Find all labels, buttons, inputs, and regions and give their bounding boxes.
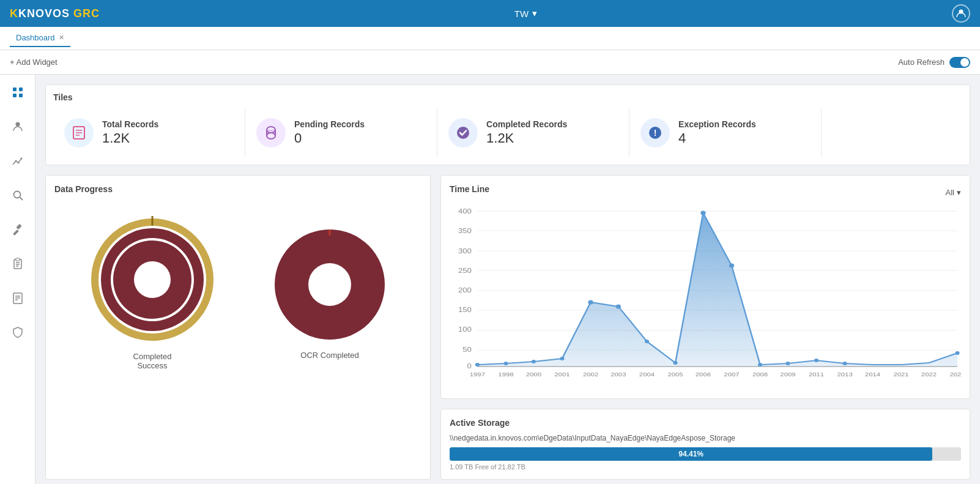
svg-text:2013: 2013 bbox=[837, 371, 852, 378]
svg-point-62 bbox=[532, 360, 536, 363]
sidebar bbox=[0, 75, 35, 484]
svg-point-67 bbox=[673, 361, 677, 365]
svg-point-68 bbox=[700, 211, 705, 215]
add-widget-button[interactable]: + Add Widget bbox=[10, 58, 58, 67]
active-storage-title: Active Storage bbox=[450, 418, 961, 428]
svg-point-8 bbox=[20, 158, 22, 160]
svg-point-9 bbox=[13, 192, 20, 198]
svg-point-70 bbox=[758, 363, 762, 367]
svg-point-37 bbox=[134, 261, 171, 298]
svg-text:2004: 2004 bbox=[639, 371, 655, 378]
timeline-filter-button[interactable]: All ▾ bbox=[946, 188, 961, 197]
tiles-section-title: Tiles bbox=[53, 92, 962, 102]
svg-text:0: 0 bbox=[467, 362, 472, 370]
sidebar-item-people[interactable] bbox=[7, 116, 28, 137]
clipboard-icon bbox=[12, 258, 24, 270]
timeline-filter-dropdown-icon: ▾ bbox=[957, 188, 961, 197]
sidebar-item-gavel[interactable] bbox=[7, 219, 28, 240]
active-storage-panel: Active Storage \\nedgedata.in.knovos.com… bbox=[440, 409, 970, 480]
tab-dashboard[interactable]: Dashboard ✕ bbox=[10, 29, 70, 47]
sidebar-item-clipboard[interactable] bbox=[7, 253, 28, 274]
auto-refresh-control: Auto Refresh bbox=[898, 57, 970, 68]
svg-rect-2 bbox=[19, 87, 23, 91]
svg-point-40 bbox=[308, 263, 351, 306]
tab-label: Dashboard bbox=[16, 33, 55, 42]
svg-text:250: 250 bbox=[458, 267, 472, 275]
svg-text:300: 300 bbox=[458, 247, 472, 255]
svg-text:2014: 2014 bbox=[865, 371, 880, 378]
svg-point-71 bbox=[785, 362, 790, 365]
storage-path: \\nedgedata.in.knovos.com\eDgeData\Input… bbox=[450, 434, 961, 442]
svg-point-63 bbox=[560, 357, 564, 360]
svg-text:1997: 1997 bbox=[470, 371, 485, 378]
svg-line-10 bbox=[20, 198, 23, 201]
storage-percent-label: 94.41% bbox=[678, 450, 703, 458]
svg-point-29 bbox=[457, 127, 469, 139]
svg-text:1998: 1998 bbox=[498, 371, 513, 378]
completed-records-label: Completed Records bbox=[486, 119, 567, 129]
pending-records-label: Pending Records bbox=[294, 119, 365, 129]
sidebar-item-dashboard[interactable] bbox=[7, 82, 28, 103]
tile-completed: Completed Records 1.2K bbox=[437, 108, 629, 157]
donut-success-label: Completed Success bbox=[133, 352, 172, 370]
completed-records-value: 1.2K bbox=[486, 130, 567, 146]
logo-k: K bbox=[10, 7, 18, 20]
timeline-panel: Time Line All ▾ 400 350 300 250 bbox=[440, 175, 970, 399]
timeline-chart: 400 350 300 250 200 150 100 50 0 bbox=[450, 206, 961, 390]
tab-close-icon[interactable]: ✕ bbox=[59, 34, 64, 42]
svg-text:2021: 2021 bbox=[893, 371, 908, 378]
svg-point-73 bbox=[843, 362, 847, 365]
svg-text:200: 200 bbox=[458, 286, 472, 294]
sidebar-item-search[interactable] bbox=[7, 185, 28, 206]
dropdown-icon: ▾ bbox=[532, 8, 537, 19]
records-icon bbox=[71, 125, 87, 141]
svg-point-6 bbox=[15, 160, 17, 162]
people-icon bbox=[12, 121, 24, 133]
storage-bar-fill: 94.41% bbox=[450, 447, 932, 461]
donut-ocr-completed: OCR Completed bbox=[269, 223, 391, 360]
dashboard-icon bbox=[12, 86, 24, 99]
bottom-panels: Data Progress bbox=[45, 175, 970, 480]
auto-refresh-toggle[interactable] bbox=[949, 57, 970, 68]
data-progress-charts: Completed Success bbox=[54, 200, 421, 382]
svg-text:!: ! bbox=[654, 128, 657, 138]
sidebar-item-chart[interactable] bbox=[7, 151, 28, 171]
svg-text:50: 50 bbox=[462, 346, 472, 354]
timeline-svg: 400 350 300 250 200 150 100 50 0 bbox=[450, 206, 961, 390]
app-logo: KKNOVOS GRC bbox=[10, 7, 100, 20]
svg-point-64 bbox=[588, 300, 593, 305]
checkmark-icon bbox=[455, 125, 471, 141]
add-widget-label: + Add Widget bbox=[10, 58, 58, 67]
data-progress-title: Data Progress bbox=[54, 184, 421, 194]
user-avatar[interactable] bbox=[952, 4, 970, 23]
svg-rect-11 bbox=[13, 229, 19, 236]
data-progress-panel: Data Progress bbox=[45, 175, 431, 480]
shield-icon bbox=[12, 326, 24, 338]
svg-point-65 bbox=[616, 305, 621, 309]
total-records-label: Total Records bbox=[102, 119, 158, 129]
timeline-filter-label: All bbox=[946, 188, 954, 197]
sidebar-item-report[interactable] bbox=[7, 288, 28, 308]
tile-total: Total Records 1.2K bbox=[53, 108, 245, 157]
svg-rect-4 bbox=[19, 94, 23, 97]
workspace-selector[interactable]: TW ▾ bbox=[514, 8, 537, 19]
svg-text:2007: 2007 bbox=[724, 371, 739, 378]
svg-point-28 bbox=[267, 133, 275, 139]
svg-point-72 bbox=[814, 359, 819, 362]
main-content: Tiles Total Records 1.2K bbox=[35, 75, 980, 484]
sidebar-item-privacy[interactable] bbox=[7, 322, 28, 343]
svg-rect-12 bbox=[16, 224, 21, 229]
svg-point-61 bbox=[503, 362, 508, 365]
total-records-value: 1.2K bbox=[102, 130, 158, 146]
tile-exception: ! Exception Records 4 bbox=[629, 108, 822, 157]
completed-records-icon bbox=[448, 118, 478, 147]
svg-rect-1 bbox=[13, 87, 17, 91]
svg-point-69 bbox=[729, 264, 734, 268]
donut-ocr-chart bbox=[269, 223, 391, 346]
svg-text:2008: 2008 bbox=[752, 371, 768, 378]
svg-rect-3 bbox=[13, 94, 17, 97]
svg-text:150: 150 bbox=[458, 306, 472, 314]
donut-ocr-label: OCR Completed bbox=[300, 351, 358, 360]
svg-text:2009: 2009 bbox=[780, 371, 795, 378]
storage-info: 1.09 TB Free of 21.82 TB bbox=[450, 463, 961, 471]
